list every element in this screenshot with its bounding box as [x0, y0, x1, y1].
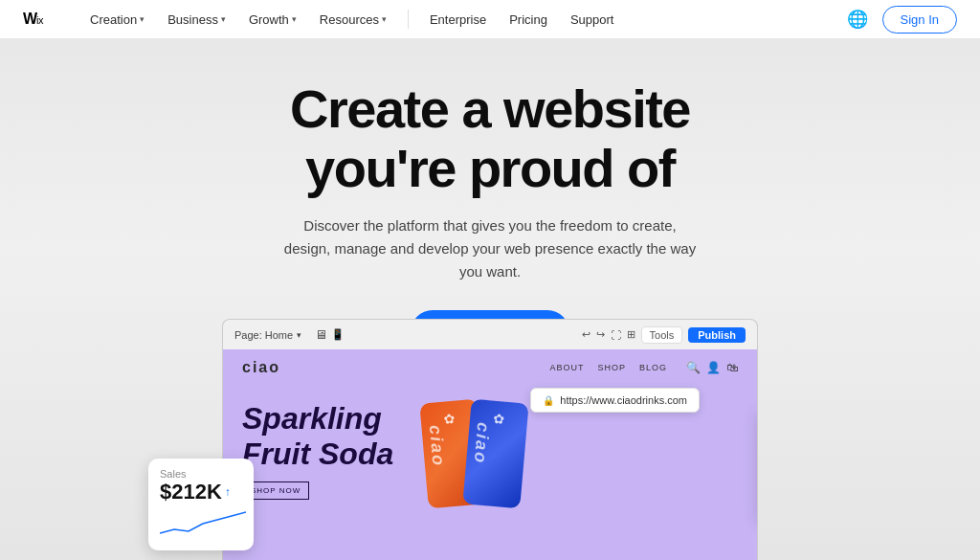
- can-label-orange: ciao: [425, 424, 449, 468]
- ciao-text-section: Sparkling Fruit Soda SHOP NOW: [242, 401, 395, 500]
- nav-creation[interactable]: Creation ▾: [80, 7, 154, 33]
- prebiotic-subtitle: Citrus Lemon Fresh Drink: [757, 505, 758, 521]
- can-flower-icon: ✿: [493, 411, 505, 427]
- ciao-header: ciao ABOUT SHOP BLOG 🔍 👤 🛍: [223, 349, 757, 386]
- url-popup: 🔒 https://www.ciaodrinks.com: [530, 388, 700, 413]
- publish-button[interactable]: Publish: [688, 327, 746, 343]
- browser-mockup: ⊙ Page: Home ▾ 🖥 📱 ↩ ↪ ⛶ ⊞ Tools Publish: [222, 319, 758, 560]
- chevron-down-icon: ▾: [221, 14, 226, 24]
- nav-enterprise[interactable]: Enterprise: [420, 7, 496, 33]
- nav-support[interactable]: Support: [561, 7, 624, 33]
- sales-chart: [160, 510, 246, 537]
- nav-resources[interactable]: Resources ▾: [310, 7, 396, 33]
- nav-pricing[interactable]: Pricing: [500, 7, 557, 33]
- search-icon: 🔍: [686, 361, 701, 374]
- ciao-headline: Sparkling Fruit Soda: [242, 401, 395, 472]
- navigation: W ix Creation ▾ Business ▾ Growth ▾ Reso…: [0, 0, 980, 39]
- chevron-down-icon: ▾: [297, 330, 301, 340]
- prebiotic-product-card: ciao Prebiotic Soda Citrus Lemon Fresh D…: [757, 407, 758, 521]
- user-icon: 👤: [706, 361, 721, 374]
- ciao-nav: ABOUT SHOP BLOG: [549, 363, 667, 372]
- cart-icon: 🛍: [726, 361, 738, 374]
- lock-icon: 🔒: [543, 395, 554, 406]
- hero-subtitle: Discover the platform that gives you the…: [279, 214, 701, 283]
- signin-button[interactable]: Sign In: [882, 6, 957, 34]
- prebiotic-image: ciao: [757, 407, 758, 483]
- sales-card: Sales $212K ↑: [148, 459, 254, 550]
- toolbar-icons: ↩ ↪ ⛶ ⊞ Tools Publish: [582, 326, 746, 344]
- wix-logo[interactable]: W ix: [23, 9, 61, 30]
- browser-toolbar: Page: Home ▾ 🖥 📱 ↩ ↪ ⛶ ⊞ Tools Publish: [222, 319, 758, 349]
- undo-icon[interactable]: ↩: [582, 328, 590, 341]
- mobile-icon: 📱: [331, 328, 345, 341]
- sales-amount: $212K ↑: [160, 480, 242, 504]
- monitor-icon: 🖥: [315, 327, 327, 342]
- hero-title: Create a website you're proud of: [290, 79, 690, 197]
- nav-right: 🌐 Sign In: [844, 6, 957, 34]
- more-icon[interactable]: ⊞: [627, 328, 635, 341]
- prebiotic-title: Prebiotic Soda: [757, 483, 758, 505]
- sales-label: Sales: [160, 468, 242, 480]
- nav-growth[interactable]: Growth ▾: [239, 7, 306, 33]
- sales-up-arrow: ↑: [225, 485, 231, 499]
- ciao-action-icons: 🔍 👤 🛍: [686, 361, 738, 374]
- website-preview: 🔒 https://www.ciaodrinks.com ciao ABOUT …: [222, 349, 758, 560]
- language-selector-button[interactable]: 🌐: [844, 6, 871, 33]
- page-label: Page: Home ▾ 🖥 📱: [234, 327, 345, 342]
- can-label-blue: ciao: [470, 421, 494, 465]
- chevron-down-icon: ▾: [292, 14, 297, 24]
- blue-can: ✿ ciao: [462, 399, 528, 509]
- svg-text:ix: ix: [36, 14, 44, 26]
- product-cans: ✿ ciao ✿ ciao: [424, 401, 524, 506]
- can-flower-icon: ✿: [443, 411, 456, 427]
- chevron-down-icon: ▾: [140, 14, 145, 24]
- redo-icon[interactable]: ↪: [596, 328, 605, 341]
- nav-links: Creation ▾ Business ▾ Growth ▾ Resources…: [80, 7, 844, 33]
- nav-divider: [408, 10, 409, 29]
- nav-business[interactable]: Business ▾: [158, 7, 235, 33]
- ciao-logo: ciao: [242, 359, 280, 376]
- fullscreen-icon[interactable]: ⛶: [611, 329, 621, 341]
- hero-section: Create a website you're proud of Discove…: [0, 39, 980, 560]
- chevron-down-icon: ▾: [382, 14, 387, 24]
- tools-label[interactable]: Tools: [641, 326, 683, 344]
